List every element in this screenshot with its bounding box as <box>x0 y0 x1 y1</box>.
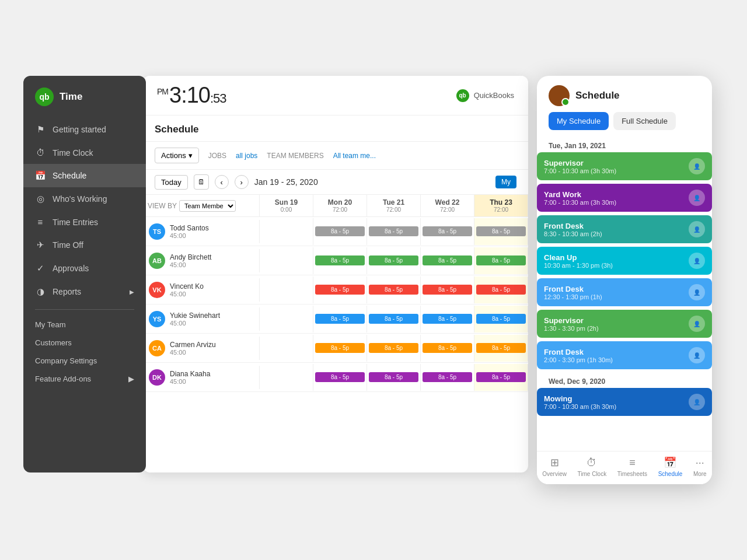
schedule-block[interactable]: 8a - 5p <box>369 226 418 236</box>
schedule-block[interactable]: 8a - 5p <box>369 343 418 353</box>
schedule-cell[interactable]: 8a - 5p <box>474 276 528 303</box>
mobile-event[interactable]: Supervisor1:30 - 3:30 pm (2h)👤 <box>537 310 712 338</box>
schedule-cell[interactable]: 8a - 5p <box>421 364 474 391</box>
tab-full-schedule[interactable]: Full Schedule <box>613 112 676 130</box>
sidebar-item-label: Schedule <box>53 171 86 180</box>
schedule-cell[interactable]: 8a - 5p <box>421 218 474 245</box>
schedule-cell[interactable]: 8a - 5p <box>367 247 421 274</box>
schedule-block[interactable]: 8a - 5p <box>315 256 365 265</box>
person-cell[interactable]: YSYukie Swinehart45:00 <box>143 307 260 331</box>
schedule-block[interactable]: 8a - 5p <box>423 256 472 265</box>
schedule-block[interactable]: 8a - 5p <box>369 314 418 324</box>
schedule-cell[interactable]: 8a - 5p <box>313 335 367 362</box>
schedule-cell[interactable]: 8a - 5p <box>367 306 421 332</box>
sidebar-item-reports[interactable]: ◑ Reports ▶ <box>23 280 146 303</box>
sidebar-item-whos-working[interactable]: ◎ Who's Working <box>23 187 146 211</box>
sidebar-item-schedule[interactable]: 📅 Schedule <box>23 164 146 187</box>
schedule-block[interactable]: 8a - 5p <box>369 285 418 295</box>
schedule-block[interactable]: 8a - 5p <box>423 226 472 236</box>
today-button[interactable]: Today <box>155 175 188 190</box>
mobile-event[interactable]: Front Desk8:30 - 10:30 am (2h)👤 <box>537 215 712 243</box>
actions-button[interactable]: Actions ▾ <box>155 148 199 163</box>
schedule-cell[interactable]: 8a - 5p <box>313 276 367 303</box>
sidebar-item-time-entries[interactable]: ≡ Time Entries <box>23 211 146 233</box>
mobile-nav-more[interactable]: ··· More <box>693 457 707 477</box>
schedule-block[interactable]: 8a - 5p <box>369 372 418 382</box>
mobile-nav-timesheets[interactable]: ≡ Timesheets <box>617 457 647 477</box>
schedule-cell[interactable]: 8a - 5p <box>421 335 474 362</box>
schedule-cell[interactable] <box>260 276 313 303</box>
schedule-cell[interactable]: 8a - 5p <box>421 276 474 303</box>
schedule-cell[interactable] <box>260 247 313 274</box>
sidebar-item-time-clock[interactable]: ⏱ Time Clock <box>23 141 146 164</box>
schedule-block[interactable]: 8a - 5p <box>315 343 365 353</box>
sidebar-item-time-off[interactable]: ✈ Time Off <box>23 233 146 257</box>
person-cell[interactable]: VKVincent Ko45:00 <box>143 278 260 302</box>
schedule-cell[interactable]: 8a - 5p <box>474 218 528 245</box>
schedule-cell[interactable]: 8a - 5p <box>474 335 528 362</box>
mobile-event[interactable]: Yard Work7:00 - 10:30 am (3h 30m)👤 <box>537 184 712 212</box>
schedule-cell[interactable] <box>260 335 313 362</box>
schedule-block[interactable]: 8a - 5p <box>476 372 526 382</box>
next-week-button[interactable]: › <box>235 175 249 189</box>
schedule-cell[interactable]: 8a - 5p <box>421 247 474 274</box>
schedule-block[interactable]: 8a - 5p <box>369 256 418 265</box>
schedule-block[interactable]: 8a - 5p <box>476 226 526 236</box>
schedule-block[interactable]: 8a - 5p <box>476 343 526 353</box>
sidebar-item-customers[interactable]: Customers <box>23 334 146 352</box>
person-cell[interactable]: TSTodd Santos45:00 <box>143 220 260 243</box>
mobile-event[interactable]: Supervisor7:00 - 10:30 am (3h 30m)👤 <box>537 152 712 180</box>
schedule-block[interactable]: 8a - 5p <box>315 226 365 236</box>
schedule-block[interactable]: 8a - 5p <box>315 372 365 382</box>
schedule-block[interactable]: 8a - 5p <box>423 343 472 353</box>
schedule-block[interactable]: 8a - 5p <box>476 256 526 265</box>
mobile-nav-time-clock[interactable]: ⏱ Time Clock <box>578 457 607 477</box>
mobile-event-title: Front Desk <box>544 285 689 293</box>
person-cell[interactable]: CACarmen Arvizu45:00 <box>143 337 260 360</box>
all-team-link[interactable]: All team me... <box>333 152 376 160</box>
schedule-cell[interactable]: 8a - 5p <box>367 218 421 245</box>
schedule-block[interactable]: 8a - 5p <box>315 285 365 295</box>
tab-my-schedule[interactable]: My Schedule <box>549 112 609 130</box>
sidebar-item-my-team[interactable]: My Team <box>23 316 146 334</box>
person-cell[interactable]: DKDiana Kaaha45:00 <box>143 366 260 389</box>
person-cell[interactable]: ABAndy Birchett45:00 <box>143 249 260 272</box>
schedule-cell[interactable] <box>260 364 313 391</box>
view-by-select[interactable]: Team Membe <box>179 200 236 212</box>
schedule-block[interactable]: 8a - 5p <box>476 314 526 324</box>
mobile-event[interactable]: Front Desk12:30 - 1:30 pm (1h)👤 <box>537 278 712 306</box>
sidebar-item-approvals[interactable]: ✓ Approvals <box>23 257 146 280</box>
schedule-cell[interactable]: 8a - 5p <box>474 306 528 332</box>
my-view-button[interactable]: My <box>495 176 516 188</box>
mobile-event[interactable]: Mowing7:00 - 10:30 am (3h 30m)👤 <box>537 388 712 416</box>
sidebar-item-company-settings[interactable]: Company Settings <box>23 352 146 370</box>
all-jobs-link[interactable]: all jobs <box>236 152 257 160</box>
mobile-nav-schedule[interactable]: 📅 Schedule <box>658 456 683 477</box>
schedule-cell[interactable] <box>260 306 313 332</box>
calendar-picker-icon[interactable]: 🗓 <box>194 174 209 190</box>
mobile-event[interactable]: Front Desk2:00 - 3:30 pm (1h 30m)👤 <box>537 341 712 369</box>
schedule-cell[interactable]: 8a - 5p <box>367 276 421 303</box>
sidebar-logo[interactable]: qb Time <box>23 88 146 118</box>
schedule-cell[interactable]: 8a - 5p <box>367 364 421 391</box>
mobile-nav-label: Timesheets <box>617 471 647 477</box>
schedule-block[interactable]: 8a - 5p <box>423 372 472 382</box>
schedule-cell[interactable]: 8a - 5p <box>474 364 528 391</box>
mobile-nav-overview[interactable]: ⊞ Overview <box>542 456 567 477</box>
sidebar-item-feature-addons[interactable]: Feature Add-ons ▶ <box>23 370 146 388</box>
mobile-event[interactable]: Clean Up10:30 am - 1:30 pm (3h)👤 <box>537 247 712 275</box>
schedule-cell[interactable]: 8a - 5p <box>313 306 367 332</box>
schedule-cell[interactable] <box>260 218 313 245</box>
schedule-block[interactable]: 8a - 5p <box>423 314 472 324</box>
schedule-block[interactable]: 8a - 5p <box>423 285 472 295</box>
schedule-cell[interactable]: 8a - 5p <box>313 247 367 274</box>
schedule-cell[interactable]: 8a - 5p <box>474 247 528 274</box>
schedule-cell[interactable]: 8a - 5p <box>367 335 421 362</box>
schedule-block[interactable]: 8a - 5p <box>476 285 526 295</box>
schedule-cell[interactable]: 8a - 5p <box>421 306 474 332</box>
sidebar-item-getting-started[interactable]: ⚑ Getting started <box>23 118 146 141</box>
schedule-block[interactable]: 8a - 5p <box>315 314 365 324</box>
prev-week-button[interactable]: ‹ <box>215 175 229 189</box>
schedule-cell[interactable]: 8a - 5p <box>313 218 367 245</box>
schedule-cell[interactable]: 8a - 5p <box>313 364 367 391</box>
